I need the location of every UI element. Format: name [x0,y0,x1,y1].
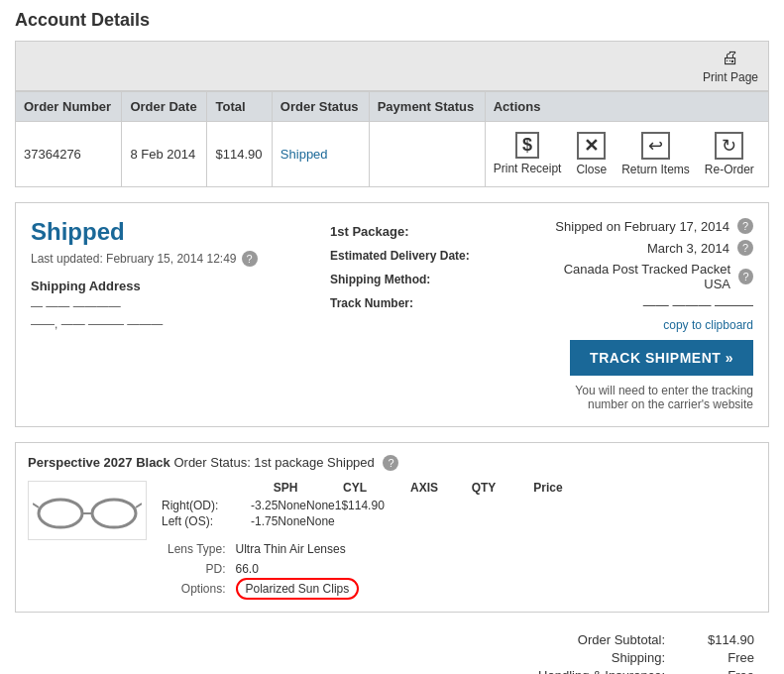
qty-header: QTY [459,481,508,495]
order-table: Order Number Order Date Total Order Stat… [15,91,769,187]
track-number-row: —— ——— ——— [546,297,753,312]
shipped-status-link[interactable]: Shipped [280,147,328,162]
product-image [28,481,147,540]
page-title: Account Details [15,10,769,31]
col-actions: Actions [485,92,768,122]
svg-line-4 [136,504,142,507]
delivery-help-icon[interactable]: ? [737,240,753,256]
axis-right: None [306,499,335,512]
tracking-note: You will need to enter the tracking numb… [546,384,753,411]
close-action[interactable]: ✕ Close [576,132,607,176]
summary-section: Order Subtotal: $114.90 Shipping: Free H… [15,622,769,674]
product-order-status: Order Status: 1st package Shipped [173,455,374,470]
copy-to-clipboard-link[interactable]: copy to clipboard [546,318,753,332]
method-help-icon[interactable]: ? [738,269,753,284]
detail-center: 1st Package: Estimated Delivery Date: Sh… [328,218,526,411]
printer-icon: 🖨 [722,48,739,68]
axis-left: None [306,514,335,528]
handling-row: Handling & Insurance: Free [30,668,754,674]
shipped-help-icon[interactable]: ? [737,218,753,234]
dollar-icon: $ [515,132,539,159]
product-name: Perspective 2027 Black [28,455,170,470]
col-total: Total [207,92,272,122]
pd-label: PD: [164,560,230,578]
sph-right: -3.25 [251,499,278,512]
order-status-cell: Shipped [272,122,369,187]
package-label: 1st Package: [330,220,524,243]
detail-left: Shipped Last updated: February 15, 2014 … [31,218,308,411]
subtotal-row: Order Subtotal: $114.90 [30,632,754,647]
options-value: Polarized Sun Clips [232,580,364,598]
options-highlight: Polarized Sun Clips [236,578,360,600]
detail-right: Shipped on February 17, 2014 ? March 3, … [546,218,753,411]
options-label: Options: [164,580,230,598]
handling-label: Handling & Insurance: [526,668,665,674]
sph-header: SPH [251,481,320,495]
address-line-1: — —— ———— [31,297,308,315]
svg-line-3 [33,504,39,507]
shipping-row: Shipping: Free [30,650,754,665]
reorder-label: Re-Order [705,163,754,176]
eye-right-label: Right(OD): [162,499,251,512]
subtotal-label: Order Subtotal: [526,632,665,647]
shipping-address-title: Shipping Address [31,279,308,293]
track-shipment-button[interactable]: TRACK SHIPMENT » [570,340,753,376]
last-updated: Last updated: February 15, 2014 12:49 ? [31,251,308,267]
method-label: Shipping Method: [330,269,524,290]
track-label: Track Number: [330,292,524,314]
eye-left-label: Left (OS): [162,514,251,528]
price-header: Price [508,481,588,495]
sph-left: -1.75 [251,514,278,528]
product-help-icon[interactable]: ? [383,455,398,471]
shipping-method-row: Canada Post Tracked Packet USA ? [546,262,753,291]
product-header: Perspective 2027 Black Order Status: 1st… [28,455,756,471]
status-shipped: Shipped [31,218,308,246]
shipped-on-row: Shipped on February 17, 2014 ? [546,218,753,234]
reorder-icon: ↻ [715,132,743,160]
payment-status-cell [369,122,485,187]
delivery-date-value: March 3, 2014 [647,241,729,256]
cyl-right: None [278,499,306,512]
handling-value: Free [685,668,754,674]
order-date-cell: 8 Feb 2014 [122,122,207,187]
close-label: Close [576,163,607,176]
cyl-header: CYL [320,481,390,495]
return-icon: ↩ [641,132,670,160]
print-receipt-action[interactable]: $ Print Receipt [494,132,562,175]
glasses-svg [33,486,142,535]
product-specs: SPH CYL AXIS QTY Price Right(OD): -3.25 … [162,481,756,600]
col-order-date: Order Date [122,92,207,122]
price-right: $114.90 [341,499,384,512]
col-order-status: Order Status [272,92,369,122]
qty-right: 1 [335,499,342,512]
actions-cell: $ Print Receipt ✕ Close ↩ Return Items [485,122,768,187]
print-page-button[interactable]: 🖨 Print Page [703,48,758,84]
subtotal-value: $114.90 [685,632,754,647]
close-icon: ✕ [577,132,606,160]
print-bar: 🖨 Print Page [15,41,769,91]
axis-header: AXIS [390,481,459,495]
detail-section: Shipped Last updated: February 15, 2014 … [15,202,769,427]
cyl-left: None [278,514,306,528]
product-body: SPH CYL AXIS QTY Price Right(OD): -3.25 … [28,481,756,600]
track-number-value: —— ——— ——— [643,297,753,312]
help-icon[interactable]: ? [242,251,258,267]
svg-point-1 [92,500,136,527]
order-total-cell: $114.90 [207,122,272,187]
table-row: 37364276 8 Feb 2014 $114.90 Shipped $ Pr… [16,122,769,187]
reorder-action[interactable]: ↻ Re-Order [705,132,754,176]
delivery-label: Estimated Delivery Date: [330,245,524,267]
address-line-2: ——, —— ——— ——— [31,315,308,333]
delivery-date-row: March 3, 2014 ? [546,240,753,256]
shipping-label: Shipping: [526,650,665,665]
return-items-action[interactable]: ↩ Return Items [621,132,690,176]
print-label: Print Page [703,70,758,84]
shipping-method-value: Canada Post Tracked Packet USA [546,262,730,291]
return-items-label: Return Items [621,163,690,176]
col-order-number: Order Number [16,92,122,122]
col-payment-status: Payment Status [369,92,485,122]
shipped-on-value: Shipped on February 17, 2014 [555,219,729,234]
svg-point-0 [39,500,82,527]
lens-type-label: Lens Type: [164,540,230,558]
order-number-cell: 37364276 [16,122,122,187]
